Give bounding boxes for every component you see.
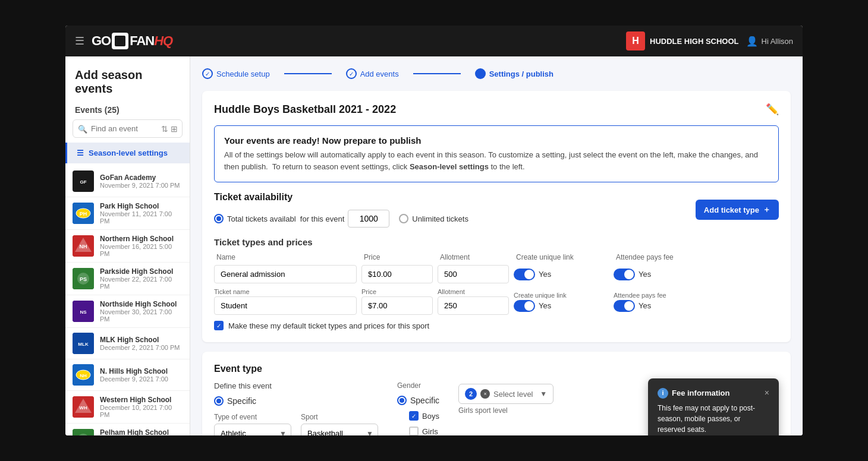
edit-icon[interactable]: ✏️	[766, 103, 779, 116]
list-item[interactable]: MLK MLK High School December 2, 2021 7:0…	[65, 328, 190, 359]
gender-specific-radio[interactable]	[397, 396, 407, 405]
filter-icon[interactable]: ⊞	[171, 124, 178, 134]
gender-girls-option: Girls	[409, 427, 439, 435]
ticket-price-student[interactable]	[361, 296, 433, 315]
school-logo-pelham: PE	[73, 429, 94, 435]
list-item[interactable]: NH Northern High School November 16, 202…	[65, 230, 190, 263]
toggle-fee-switch-general[interactable]	[614, 269, 635, 280]
logo-icon	[112, 33, 128, 49]
specific-radio[interactable]	[214, 396, 224, 406]
event-name: Western High School	[100, 396, 183, 404]
gender-specific-row: Specific	[397, 396, 439, 405]
add-ticket-button[interactable]: Add ticket type ＋	[696, 200, 779, 220]
list-item[interactable]: NS Northside High School November 30, 20…	[65, 295, 190, 328]
logo-hq: HQ	[154, 33, 172, 49]
event-list: GF GoFan Academy November 9, 2021 7:00 P…	[65, 166, 190, 435]
list-item[interactable]: PH Park High School November 11, 2021 7:…	[65, 197, 190, 230]
fee-tooltip: i Fee information × This fee may not app…	[648, 378, 779, 435]
type-select[interactable]: Athletic	[214, 424, 291, 435]
event-name: Northern High School	[100, 235, 183, 243]
fee-tooltip-text: This fee may not apply to post-season, m…	[658, 403, 769, 435]
event-info: GoFan Academy November 9, 2021 7:00 PM	[100, 173, 183, 189]
ticket-price-general[interactable]	[361, 265, 433, 283]
page-title: Add season events	[65, 68, 190, 105]
ticket-avail-left: Ticket availability Total tickets availa…	[214, 192, 468, 228]
sort-icon[interactable]: ⇅	[161, 124, 168, 134]
card-title: Huddle Boys Basketball 2021 - 2022	[214, 103, 396, 116]
school-name: HUDDLE HIGH SCHOOL	[650, 37, 739, 46]
level-x-button[interactable]: ×	[480, 389, 490, 399]
top-nav: ☰ GO FAN HQ H HUDDLE HIGH SCHOOL	[65, 26, 803, 56]
step-check-events: ✓	[346, 68, 357, 79]
ticket-allotment-student[interactable]	[438, 296, 509, 315]
sport-select[interactable]: Basketball	[301, 424, 378, 435]
level-col: 2 × Select level ▼ Girls sport level	[458, 381, 553, 415]
radio-total-circle	[214, 214, 224, 223]
boys-checkbox[interactable]: ✓	[409, 411, 419, 421]
nav-right: H HUDDLE HIGH SCHOOL 👤 Hi Allison	[626, 31, 793, 50]
radio-unlimited-label: Unlimited tickets	[412, 214, 468, 223]
ticket-count-input[interactable]	[348, 210, 389, 228]
event-info: MLK High School December 2, 2021 7:00 PM	[100, 336, 183, 351]
radio-total-label: Total tickets availabl for this event	[227, 214, 344, 223]
event-info: Pelham High School December 15, 2021 7:0…	[100, 428, 183, 435]
level-arrow-icon: ▼	[540, 390, 547, 398]
ticket-allotment-general[interactable]	[438, 265, 509, 283]
sport-select-wrapper: Basketball ▼	[301, 424, 378, 435]
list-item[interactable]: GF GoFan Academy November 9, 2021 7:00 P…	[65, 166, 190, 197]
main-layout: Add season events Events (25) 🔍 ⇅ ⊞ ☰ Se…	[65, 56, 803, 435]
school-logo-northside: NS	[73, 301, 94, 322]
ticket-name-student[interactable]	[214, 296, 357, 315]
school-logo-mlk: MLK	[73, 333, 94, 354]
step-check-schedule: ✓	[202, 68, 213, 79]
logo-fan: FAN	[130, 33, 154, 49]
list-item[interactable]: WH Western High School December 10, 2021…	[65, 391, 190, 424]
step-settings-publish: Settings / publish	[475, 68, 553, 79]
ticket-name-general[interactable]	[214, 265, 357, 283]
event-type-card: Event type Define this event Specific	[202, 352, 791, 435]
alert-link[interactable]: Season-level settings	[410, 162, 489, 171]
ticket-row-student: Ticket name Price Allotment	[214, 288, 779, 315]
events-header: Events (25)	[65, 105, 190, 119]
search-actions: ⇅ ⊞	[161, 124, 178, 134]
event-name: Park High School	[100, 202, 183, 210]
hamburger-icon[interactable]: ☰	[75, 34, 84, 48]
school-logo-parkside: PS	[73, 268, 94, 289]
event-name: Parkside High School	[100, 267, 183, 276]
level-badge: 2	[465, 388, 477, 400]
svg-text:MLK: MLK	[78, 342, 89, 347]
radio-total-tickets[interactable]: Total tickets availabl for this event	[214, 210, 389, 228]
card-title-row: Huddle Boys Basketball 2021 - 2022 ✏️	[214, 103, 779, 116]
radio-unlimited-tickets[interactable]: Unlimited tickets	[399, 214, 468, 223]
search-box: 🔍 ⇅ ⊞	[73, 119, 183, 138]
default-checkbox[interactable]: ✓	[214, 321, 224, 330]
col-header-allotment: Allotment	[440, 253, 511, 261]
list-item[interactable]: PE Pelham High School December 15, 2021 …	[65, 424, 190, 435]
event-name: GoFan Academy	[100, 173, 183, 182]
school-logo-box: H	[626, 31, 645, 50]
event-info: Parkside High School November 22, 2021 7…	[100, 267, 183, 290]
content-area: ✓ Schedule setup ✓ Add events Settings /…	[190, 56, 803, 435]
logo: GO FAN HQ	[92, 33, 172, 49]
toggle-link-general: Yes	[514, 269, 609, 280]
svg-text:WH: WH	[79, 405, 87, 411]
season-settings-icon: ☰	[77, 149, 84, 157]
girls-checkbox[interactable]	[409, 427, 419, 435]
ticket-create-link-label: Create unique link	[514, 292, 609, 299]
level-badge-select[interactable]: 2 × Select level ▼	[458, 384, 553, 404]
add-ticket-label: Add ticket type	[704, 206, 759, 214]
list-item[interactable]: PS Parkside High School November 22, 202…	[65, 263, 190, 295]
sport-label: Sport	[301, 413, 378, 421]
alert-title: Your events are ready! Now prepare to pu…	[224, 135, 769, 146]
step-label-schedule: Schedule setup	[216, 70, 270, 78]
event-name: N. Hills High School	[100, 367, 183, 375]
toggle-link-switch-general[interactable]	[514, 269, 535, 280]
user-info: 👤 Hi Allison	[746, 36, 793, 47]
season-settings-item[interactable]: ☰ Season-level settings	[65, 143, 190, 163]
toggle-fee-switch-student[interactable]	[614, 300, 635, 312]
toggle-link-switch-student[interactable]	[514, 300, 535, 312]
fee-tooltip-close[interactable]: ×	[765, 387, 769, 399]
alert-text: All of the settings below will automatic…	[224, 149, 769, 172]
list-item[interactable]: NH N. Hills High School December 9, 2021…	[65, 359, 190, 391]
event-name: MLK High School	[100, 336, 183, 344]
